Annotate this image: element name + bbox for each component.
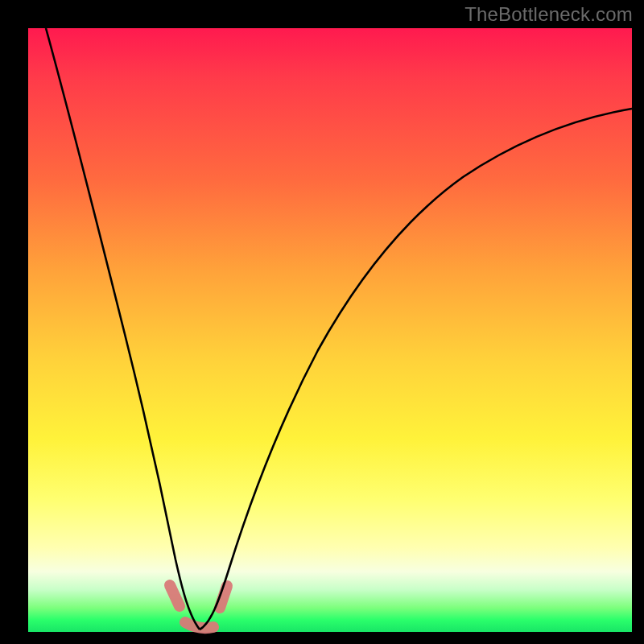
chart-frame: TheBottleneck.com — [0, 0, 644, 644]
curve-left-branch — [46, 28, 200, 630]
watermark-text: TheBottleneck.com — [464, 3, 633, 26]
highlight-seg-left — [170, 585, 180, 606]
curve-right-branch — [200, 109, 632, 630]
minimum-highlight-group — [170, 585, 227, 628]
chart-plot-area — [28, 28, 632, 632]
chart-svg — [28, 28, 632, 632]
highlight-seg-bottom — [185, 622, 213, 628]
